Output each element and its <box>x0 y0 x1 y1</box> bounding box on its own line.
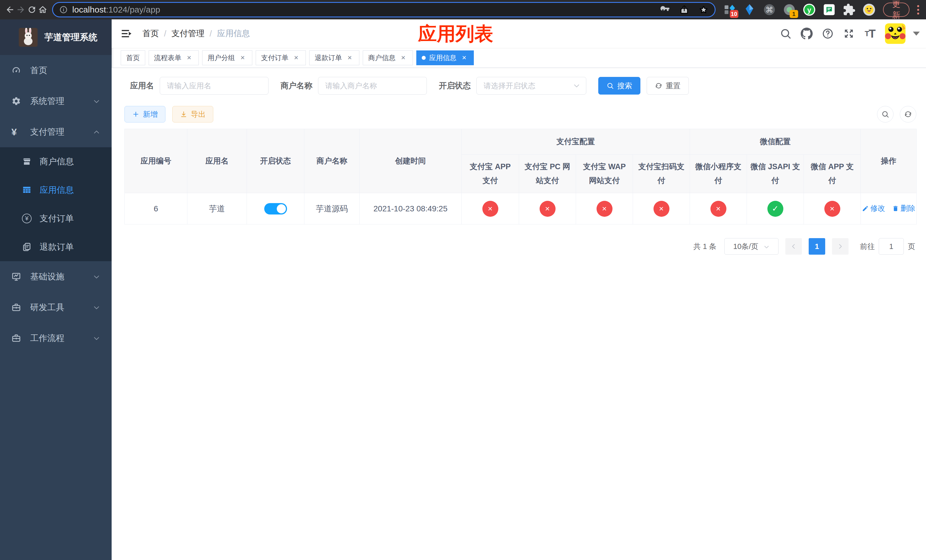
extension-command-icon[interactable]: ⌘ <box>763 3 776 16</box>
next-page-button[interactable] <box>832 238 849 255</box>
channel-status-alipay-pc: × <box>540 201 555 217</box>
sidebar-item-app-info[interactable]: 应用信息 <box>0 176 112 204</box>
extension-yudao-icon[interactable]: y <box>803 3 816 16</box>
close-icon[interactable]: × <box>460 53 468 62</box>
toggle-search-button[interactable] <box>877 106 894 123</box>
status-switch[interactable] <box>264 203 287 215</box>
page-unit: 页 <box>908 242 915 251</box>
chevron-down-icon <box>763 243 770 250</box>
page-size-select[interactable]: 10条/页 <box>725 238 779 255</box>
tab-refund-orders[interactable]: 退款订单× <box>309 50 359 65</box>
password-key-icon[interactable] <box>660 5 670 15</box>
cell-merchant: 芋道源码 <box>304 193 360 224</box>
page-number-1[interactable]: 1 <box>809 238 825 255</box>
sidebar-item-pay-orders[interactable]: ¥ 支付订单 <box>0 204 112 233</box>
app-name-label: 应用名 <box>130 80 154 91</box>
extension-grid-icon[interactable]: 10 <box>723 3 736 16</box>
sidebar-item-home[interactable]: 首页 <box>0 55 112 86</box>
chrome-update-button[interactable]: 更新 <box>883 3 909 17</box>
sidebar-item-dev-tools[interactable]: 研发工具 <box>0 292 112 323</box>
status-select[interactable]: 请选择开启状态 <box>477 77 586 95</box>
tab-merchant-info[interactable]: 商户信息× <box>363 50 413 65</box>
edit-link[interactable]: 修改 <box>862 203 885 213</box>
close-icon[interactable]: × <box>399 53 407 62</box>
grid-icon <box>22 185 32 195</box>
search-icon[interactable] <box>780 28 791 39</box>
extensions-area: 10 ⌘ 1 y <box>723 3 876 16</box>
goto-page-input[interactable] <box>879 238 904 255</box>
tab-user-group[interactable]: 用户分组× <box>202 50 252 65</box>
extension-kite-icon[interactable] <box>743 3 756 16</box>
col-merchant: 商户名称 <box>304 129 360 193</box>
browser-home-button[interactable] <box>37 2 48 17</box>
gear-icon <box>11 96 21 106</box>
sidebar-item-infrastructure[interactable]: 基础设施 <box>0 261 112 292</box>
svg-text:y: y <box>807 6 811 14</box>
font-size-icon[interactable]: TT <box>864 28 876 39</box>
reset-button[interactable]: 重置 <box>647 77 689 95</box>
app-logo[interactable]: 芋道管理系统 <box>0 20 112 55</box>
search-button[interactable]: 搜索 <box>598 77 640 95</box>
tab-app-info[interactable]: 应用信息× <box>416 50 474 65</box>
cell-status <box>247 193 304 224</box>
profile-avatar-emoji[interactable] <box>862 3 876 16</box>
close-icon[interactable]: × <box>345 53 354 62</box>
delete-link[interactable]: 删除 <box>892 203 915 213</box>
fullscreen-icon[interactable] <box>843 28 855 39</box>
svg-text:⌘: ⌘ <box>766 6 773 14</box>
prev-page-button[interactable] <box>785 238 802 255</box>
browser-back-button[interactable] <box>5 2 15 17</box>
channel-status-alipay-app: × <box>483 201 498 217</box>
cell-app-name: 芋道 <box>188 193 247 224</box>
tags-view: 首页 流程表单× 用户分组× 支付订单× 退款订单× 商户信息× 应用信息× <box>112 48 926 68</box>
col-created: 创建时间 <box>360 129 461 193</box>
export-button[interactable]: 导出 <box>172 106 213 123</box>
app-name-input[interactable] <box>160 77 268 95</box>
close-icon[interactable]: × <box>292 53 300 62</box>
tab-home[interactable]: 首页 <box>121 50 145 65</box>
url-bar[interactable]: localhost:1024/pay/app <box>52 2 716 17</box>
app-title: 芋道管理系统 <box>44 31 97 43</box>
caret-down-icon[interactable] <box>913 32 920 36</box>
help-icon[interactable] <box>822 28 834 39</box>
sidebar-item-refund-orders[interactable]: 退款订单 <box>0 233 112 261</box>
browser-reload-button[interactable] <box>26 2 37 17</box>
share-icon[interactable] <box>679 5 689 15</box>
extension-chat-icon[interactable] <box>823 3 836 16</box>
sidebar-collapse-icon[interactable] <box>120 27 133 40</box>
breadcrumb-current: 应用信息 <box>217 28 250 39</box>
tab-process-form[interactable]: 流程表单× <box>149 50 199 65</box>
col-status: 开启状态 <box>247 129 304 193</box>
merchant-name-input[interactable] <box>318 77 427 95</box>
breadcrumb-payment[interactable]: 支付管理 <box>171 28 204 39</box>
github-icon[interactable] <box>801 28 813 39</box>
col-wechat-app: 微信 APP 支付 <box>804 155 861 193</box>
close-icon[interactable]: × <box>185 53 193 62</box>
close-icon[interactable]: × <box>238 53 247 62</box>
site-info-icon[interactable] <box>59 5 68 14</box>
sidebar-item-merchant-info[interactable]: 商户信息 <box>0 147 112 176</box>
breadcrumb-home[interactable]: 首页 <box>142 28 159 39</box>
briefcase-icon <box>11 303 21 312</box>
col-actions: 操作 <box>861 129 917 193</box>
extensions-puzzle-icon[interactable] <box>843 3 856 16</box>
extension-recorder-icon[interactable]: 1 <box>783 3 796 16</box>
browser-forward-button[interactable] <box>15 2 26 17</box>
sidebar-item-system[interactable]: 系统管理 <box>0 86 112 117</box>
sidebar-item-payment[interactable]: ¥ 支付管理 <box>0 117 112 147</box>
chevron-down-icon <box>93 334 100 342</box>
app-table: 应用编号 应用名 开启状态 商户名称 创建时间 支付宝配置 微信配置 操作 支付… <box>124 129 917 224</box>
col-alipay-qr: 支付宝扫码支付 <box>633 155 690 193</box>
refresh-button[interactable] <box>900 106 916 123</box>
chevron-down-icon <box>93 273 100 280</box>
cell-actions: 修改删除 <box>861 193 917 224</box>
add-button[interactable]: 新增 <box>124 106 165 123</box>
user-avatar[interactable] <box>885 23 905 44</box>
col-alipay-app: 支付宝 APP 支付 <box>461 155 519 193</box>
sidebar-item-workflow[interactable]: 工作流程 <box>0 323 112 354</box>
col-wechat-jsapi: 微信 JSAPI 支付 <box>747 155 804 193</box>
col-group-wechat: 微信配置 <box>690 129 861 155</box>
bookmark-star-icon[interactable] <box>699 5 708 15</box>
chrome-menu-icon[interactable] <box>915 5 921 15</box>
tab-pay-orders[interactable]: 支付订单× <box>256 50 306 65</box>
